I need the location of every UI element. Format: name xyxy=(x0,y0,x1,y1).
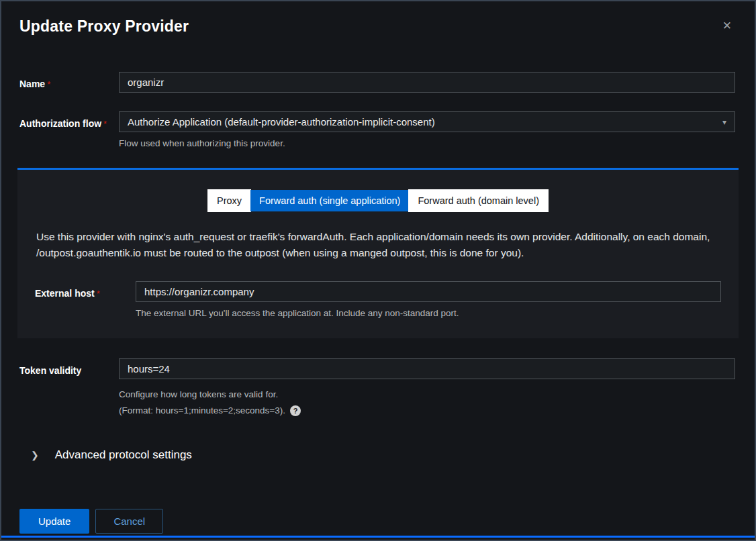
required-asterisk: * xyxy=(47,79,50,89)
authorization-flow-selected-value: Authorize Application (default-provider-… xyxy=(128,116,435,128)
external-host-help: The external URL you'll access the appli… xyxy=(136,307,721,320)
token-validity-help: Configure how long tokens are valid for.… xyxy=(119,388,735,418)
authorization-flow-help: Flow used when authorizing this provider… xyxy=(119,138,735,150)
bottom-accent-bar xyxy=(1,536,755,538)
external-host-row: External host* The external URL you'll a… xyxy=(35,281,721,320)
proxy-mode-toggle-group: Proxy Forward auth (single application) … xyxy=(35,190,721,211)
modal-actions: Update Cancel xyxy=(19,509,755,534)
chevron-right-icon: ❯ xyxy=(31,450,39,460)
toggle-forward-auth-domain[interactable]: Forward auth (domain level) xyxy=(409,190,548,211)
close-icon[interactable]: ✕ xyxy=(720,17,735,34)
update-proxy-provider-modal: Update Proxy Provider ✕ Name* Authorizat… xyxy=(0,0,756,541)
mode-description: Use this provider with nginx's auth_requ… xyxy=(35,229,721,261)
external-host-label: External host* xyxy=(35,281,136,320)
name-field-row: Name* xyxy=(1,72,755,93)
chevron-down-icon: ▾ xyxy=(722,117,726,127)
modal-header: Update Proxy Provider ✕ xyxy=(1,1,755,36)
toggle-proxy[interactable]: Proxy xyxy=(208,190,250,211)
token-validity-help-line1: Configure how long tokens are valid for. xyxy=(119,388,735,401)
toggle-forward-auth-single[interactable]: Forward auth (single application) xyxy=(250,190,409,211)
token-validity-help-line2: (Format: hours=1;minutes=2;seconds=3). ? xyxy=(119,404,735,417)
required-asterisk: * xyxy=(97,289,100,299)
page-title: Update Proxy Provider xyxy=(19,17,189,36)
cancel-button[interactable]: Cancel xyxy=(95,509,163,534)
authorization-flow-row: Authorization flow* Authorize Applicatio… xyxy=(1,111,755,150)
required-asterisk: * xyxy=(103,119,107,129)
authorization-flow-label: Authorization flow* xyxy=(19,111,119,150)
advanced-protocol-settings-label: Advanced protocol settings xyxy=(55,448,192,462)
external-host-input[interactable] xyxy=(136,281,721,302)
token-validity-label: Token validity xyxy=(19,358,119,379)
token-validity-row: Token validity xyxy=(1,358,755,379)
name-input[interactable] xyxy=(119,72,735,93)
advanced-protocol-settings-expander[interactable]: ❯ Advanced protocol settings xyxy=(31,448,755,462)
update-button[interactable]: Update xyxy=(19,509,89,534)
proxy-mode-card: Proxy Forward auth (single application) … xyxy=(17,168,739,338)
token-validity-input[interactable] xyxy=(119,358,735,379)
authorization-flow-select[interactable]: Authorize Application (default-provider-… xyxy=(119,111,735,132)
name-label: Name* xyxy=(19,72,119,93)
help-icon[interactable]: ? xyxy=(290,405,301,416)
